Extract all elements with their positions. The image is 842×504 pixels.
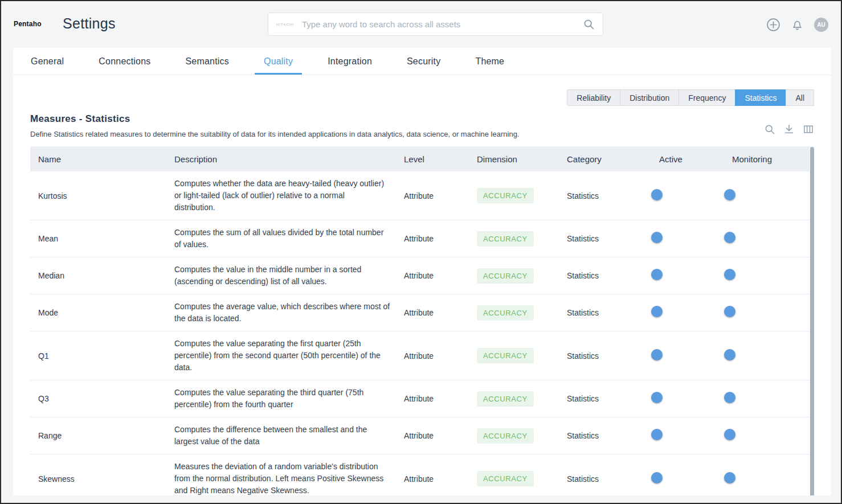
table-row: Mean Computes the sum of all values divi… — [30, 220, 810, 257]
measures-table: Name Description Level Dimension Categor… — [30, 146, 810, 495]
measure-level: Attribute — [404, 191, 477, 200]
tab-label: Integration — [328, 56, 372, 67]
measure-description: Computes the difference between the smal… — [174, 417, 398, 454]
filter-pill-statistics[interactable]: Statistics — [735, 89, 786, 106]
table-row: Mode Computes the average value, which d… — [30, 294, 810, 331]
measure-category: Statistics — [567, 271, 659, 280]
tab-quality[interactable]: Quality — [255, 48, 302, 75]
dimension-badge: ACCURACY — [477, 305, 534, 321]
tab-label: Semantics — [185, 56, 229, 67]
col-header-description: Description — [174, 154, 404, 164]
measure-description: Computes the value separating the first … — [174, 331, 398, 380]
measure-description: Computes the average value, which descri… — [174, 294, 398, 331]
col-header-dimension: Dimension — [477, 154, 567, 164]
tab-theme[interactable]: Theme — [466, 48, 513, 75]
measure-level: Attribute — [404, 431, 477, 440]
tab-integration[interactable]: Integration — [318, 48, 381, 75]
measure-name: Q1 — [38, 351, 174, 360]
measure-level: Attribute — [404, 234, 477, 243]
filter-pill-frequency[interactable]: Frequency — [678, 89, 735, 106]
tab-security[interactable]: Security — [398, 48, 449, 75]
add-icon[interactable] — [766, 18, 780, 32]
dimension-badge: ACCURACY — [477, 428, 534, 444]
filter-pill-label: All — [795, 93, 804, 103]
columns-icon[interactable] — [803, 124, 814, 135]
filter-pill-label: Statistics — [745, 93, 776, 103]
global-search[interactable]: HITACHI — [268, 13, 603, 36]
tab-label: Security — [407, 56, 440, 67]
measure-category: Statistics — [567, 234, 659, 243]
table-scrollbar[interactable] — [810, 146, 814, 495]
dimension-badge: ACCURACY — [477, 268, 534, 284]
hitachi-brand-mark: HITACHI — [276, 23, 294, 26]
settings-card: General Connections Semantics Quality In… — [13, 48, 831, 495]
filter-pill-label: Distribution — [630, 93, 669, 103]
measure-category: Statistics — [567, 431, 659, 440]
measure-category: Statistics — [567, 308, 659, 317]
filter-pill-reliability[interactable]: Reliability — [567, 89, 620, 106]
filter-pill-all[interactable]: All — [786, 89, 814, 106]
table-header-row: Name Description Level Dimension Categor… — [30, 146, 810, 171]
section-title: Measures - Statistics — [30, 113, 519, 125]
scrollbar-thumb[interactable] — [810, 147, 814, 495]
col-header-monitoring: Monitoring — [732, 154, 810, 164]
measure-level: Attribute — [404, 394, 477, 403]
measure-name: Kurtosis — [38, 191, 174, 200]
measure-name: Mode — [38, 308, 174, 317]
settings-tabs: General Connections Semantics Quality In… — [13, 48, 831, 75]
measure-level: Attribute — [404, 351, 477, 360]
measure-level: Attribute — [404, 271, 477, 280]
col-header-active: Active — [659, 154, 732, 164]
settings-page: Pentaho Settings HITACHI AU General Con — [0, 0, 842, 504]
page-title: Settings — [63, 15, 116, 32]
filter-pill-label: Reliability — [577, 93, 611, 103]
notifications-icon[interactable] — [790, 18, 804, 32]
measure-description: Computes the value in the middle number … — [174, 257, 398, 294]
measure-description: Measures the deviation of a random varia… — [174, 454, 398, 495]
filter-pill-distribution[interactable]: Distribution — [620, 89, 679, 106]
tab-label: General — [31, 56, 64, 67]
dimension-badge: ACCURACY — [477, 188, 534, 203]
col-header-category: Category — [567, 154, 659, 164]
table-row: Q1 Computes the value separating the fir… — [30, 331, 810, 380]
table-row: Range Computes the difference between th… — [30, 417, 810, 454]
tab-semantics[interactable]: Semantics — [176, 48, 238, 75]
measure-description: Computes whether the data are heavy-tail… — [174, 171, 398, 220]
table-row: Skewness Measures the deviation of a ran… — [30, 454, 810, 495]
col-header-name: Name — [38, 154, 174, 164]
search-icon[interactable] — [583, 18, 595, 30]
measure-name: Median — [38, 271, 174, 280]
measure-category: Statistics — [567, 191, 659, 200]
col-header-level: Level — [404, 154, 477, 164]
table-row: Kurtosis Computes whether the data are h… — [30, 171, 810, 220]
table-search-icon[interactable] — [764, 124, 775, 135]
measure-category: Statistics — [567, 474, 659, 483]
dimension-badge: ACCURACY — [477, 391, 534, 407]
measure-name: Q3 — [38, 394, 174, 403]
measure-name: Range — [38, 431, 174, 440]
tab-connections[interactable]: Connections — [89, 48, 160, 75]
tab-label: Quality — [264, 56, 293, 67]
measure-level: Attribute — [404, 308, 477, 317]
table-row: Median Computes the value in the middle … — [30, 257, 810, 294]
measure-description: Computes the sum of all values divided b… — [174, 220, 398, 257]
pentaho-logo: Pentaho — [14, 20, 42, 28]
measure-level: Attribute — [404, 474, 477, 483]
search-input[interactable] — [302, 19, 583, 29]
measure-description: Computes the value separating the third … — [174, 380, 398, 417]
tab-label: Connections — [99, 56, 150, 67]
measure-category: Statistics — [567, 394, 659, 403]
measure-category: Statistics — [567, 351, 659, 360]
dimension-badge: ACCURACY — [477, 231, 534, 247]
table-row: Q3 Computes the value separating the thi… — [30, 380, 810, 417]
measure-name: Skewness — [38, 474, 174, 483]
measure-name: Mean — [38, 234, 174, 243]
download-icon[interactable] — [783, 124, 795, 135]
filter-pill-label: Frequency — [688, 93, 726, 103]
avatar[interactable]: AU — [814, 18, 828, 32]
section-description: Define Statistics related measures to de… — [30, 130, 519, 138]
tab-general[interactable]: General — [22, 48, 73, 75]
quality-filter-group: Reliability Distribution Frequency Stati… — [30, 89, 814, 106]
dimension-badge: ACCURACY — [477, 348, 534, 363]
tab-label: Theme — [475, 56, 504, 67]
